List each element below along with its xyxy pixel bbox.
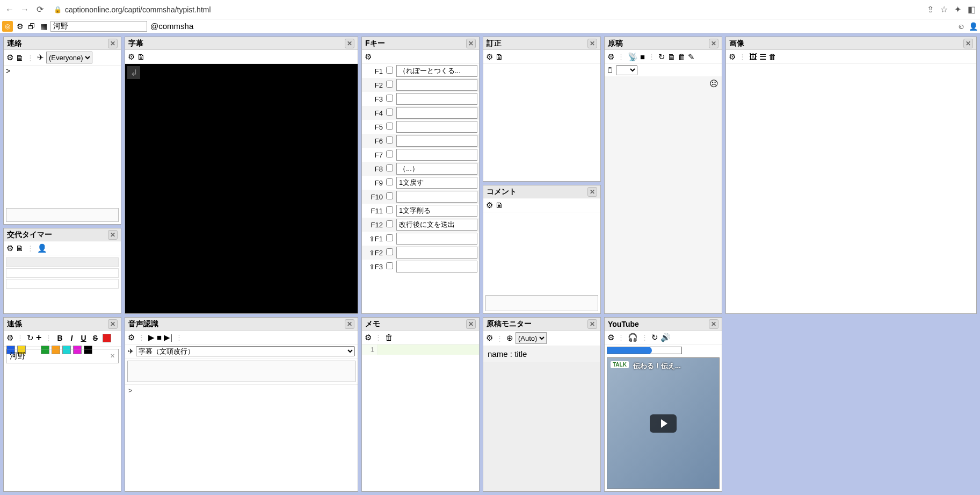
- person-icon[interactable]: 👤: [37, 243, 47, 253]
- fkey-input[interactable]: [396, 177, 477, 189]
- trash-icon[interactable]: 🗑: [678, 52, 686, 61]
- trash-icon[interactable]: 🗑: [385, 333, 393, 342]
- fkey-input[interactable]: [396, 121, 477, 133]
- color-swatch-red[interactable]: [103, 334, 111, 342]
- close-icon[interactable]: ✕: [108, 39, 118, 48]
- recipient-select[interactable]: (Everyone): [46, 52, 92, 63]
- fkey-checkbox[interactable]: [386, 81, 393, 88]
- image-area[interactable]: [726, 64, 976, 313]
- stop-icon[interactable]: ■: [640, 52, 645, 61]
- window-icon[interactable]: 🗗: [27, 22, 37, 31]
- document-icon[interactable]: 🗎: [495, 200, 503, 210]
- edit-icon[interactable]: ✎: [688, 52, 695, 62]
- renkei-input[interactable]: 河野 ✕: [6, 349, 119, 363]
- document-icon[interactable]: 🗎: [137, 52, 145, 61]
- document-icon[interactable]: 🗎: [495, 52, 503, 61]
- close-icon[interactable]: ✕: [709, 319, 718, 329]
- video-thumbnail[interactable]: TALK 伝わる！伝え...: [607, 357, 720, 489]
- person-icon[interactable]: 👤: [968, 22, 978, 31]
- bold-button[interactable]: B: [55, 334, 65, 342]
- fkey-input[interactable]: [396, 261, 477, 272]
- list-icon[interactable]: ☰: [759, 52, 766, 62]
- reload-icon[interactable]: ↻: [651, 333, 658, 342]
- close-icon[interactable]: ✕: [345, 39, 354, 48]
- panel-icon[interactable]: ◧: [968, 4, 976, 15]
- close-icon[interactable]: ✕: [709, 39, 718, 48]
- document-icon[interactable]: 🗎: [16, 243, 24, 253]
- fkey-input[interactable]: [396, 79, 477, 91]
- fkey-checkbox[interactable]: [386, 123, 393, 130]
- gear-icon[interactable]: ⚙: [128, 333, 135, 342]
- fkey-checkbox[interactable]: [386, 164, 393, 171]
- gear-icon[interactable]: ⚙: [6, 333, 13, 343]
- fkey-checkbox[interactable]: [386, 206, 393, 213]
- stop-icon[interactable]: ■: [157, 333, 162, 342]
- extension-icon[interactable]: ✦: [954, 4, 961, 15]
- refresh-icon[interactable]: ↻: [27, 333, 34, 343]
- volume-icon[interactable]: 🔊: [660, 333, 671, 342]
- fkey-checkbox[interactable]: [386, 67, 393, 74]
- close-icon[interactable]: ✕: [108, 230, 118, 240]
- gear-icon[interactable]: ⚙: [365, 333, 372, 342]
- gear-icon[interactable]: ⚙: [128, 52, 135, 62]
- fkey-input[interactable]: [396, 205, 477, 217]
- fkey-checkbox[interactable]: [386, 262, 393, 269]
- clear-icon[interactable]: ✕: [110, 353, 115, 360]
- gear-icon[interactable]: ⚙: [607, 333, 614, 342]
- voice-target-select[interactable]: 字幕（文頭改行）: [136, 346, 355, 356]
- back-icon[interactable]: ←: [4, 4, 15, 15]
- name-input[interactable]: [50, 21, 147, 32]
- send-icon[interactable]: ✈: [37, 53, 44, 62]
- fkey-checkbox[interactable]: [386, 109, 393, 116]
- close-icon[interactable]: ✕: [345, 319, 354, 329]
- gear-icon[interactable]: ⚙: [729, 52, 736, 62]
- image-icon[interactable]: 🖼: [749, 52, 757, 61]
- gear-icon[interactable]: ⚙: [15, 22, 25, 31]
- gear-icon[interactable]: ⚙: [486, 333, 493, 343]
- gear-icon[interactable]: ⚙: [6, 53, 13, 62]
- play-icon[interactable]: ▶: [148, 333, 155, 342]
- gear-icon[interactable]: ⚙: [486, 52, 493, 62]
- fkey-input[interactable]: [396, 163, 477, 175]
- document-icon[interactable]: 🗎: [16, 53, 24, 62]
- monitor-select[interactable]: (Auto): [516, 332, 547, 344]
- fkey-input[interactable]: [396, 233, 477, 245]
- close-icon[interactable]: ✕: [963, 39, 973, 48]
- fkey-checkbox[interactable]: [386, 150, 393, 157]
- close-icon[interactable]: ✕: [466, 39, 476, 48]
- fkey-checkbox[interactable]: [386, 137, 393, 144]
- fkey-checkbox[interactable]: [386, 248, 393, 255]
- gear-icon[interactable]: ⚙: [6, 243, 13, 253]
- new-doc-icon[interactable]: 🗎: [667, 52, 676, 61]
- fkey-checkbox[interactable]: [386, 95, 393, 102]
- plus-icon[interactable]: +: [36, 332, 42, 343]
- fkey-input[interactable]: [396, 65, 477, 77]
- close-icon[interactable]: ✕: [587, 319, 597, 329]
- reload-icon[interactable]: ↻: [658, 52, 665, 62]
- close-icon[interactable]: ✕: [587, 39, 597, 48]
- compose-input[interactable]: [6, 208, 119, 222]
- voice-input[interactable]: [127, 361, 355, 382]
- fkey-input[interactable]: [396, 149, 477, 161]
- seek-slider[interactable]: [607, 347, 682, 354]
- fkey-input[interactable]: [396, 191, 477, 203]
- fkey-checkbox[interactable]: [386, 192, 393, 199]
- gear-icon[interactable]: ⚙: [486, 200, 493, 210]
- gear-icon[interactable]: ⚙: [365, 52, 372, 62]
- fkey-checkbox[interactable]: [386, 178, 393, 185]
- fkey-input[interactable]: [396, 93, 477, 105]
- live-icon[interactable]: 📡: [628, 52, 638, 62]
- fkey-input[interactable]: [396, 219, 477, 231]
- star-icon[interactable]: ☆: [940, 4, 948, 15]
- qr-icon[interactable]: ▦: [39, 22, 48, 31]
- genkou-area[interactable]: ☹: [605, 76, 722, 313]
- memo-editor[interactable]: 1: [362, 345, 479, 491]
- close-icon[interactable]: ✕: [466, 319, 476, 329]
- fkey-input[interactable]: [396, 135, 477, 147]
- close-icon[interactable]: ✕: [108, 319, 118, 329]
- smile-icon[interactable]: ☺: [956, 22, 966, 31]
- fkey-checkbox[interactable]: [386, 234, 393, 241]
- caption-area[interactable]: ↲: [125, 64, 358, 313]
- skip-icon[interactable]: ▶|: [164, 333, 172, 342]
- headset-icon[interactable]: 🎧: [628, 333, 638, 342]
